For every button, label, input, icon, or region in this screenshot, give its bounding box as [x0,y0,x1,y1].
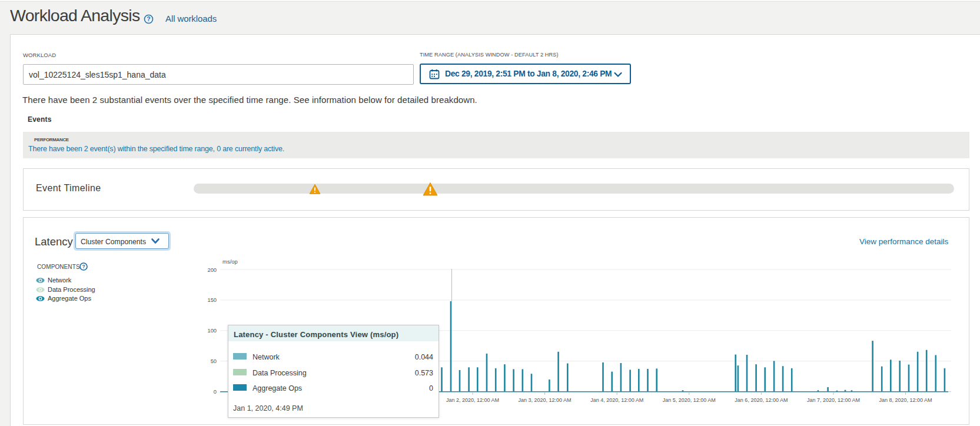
svg-text:Jan 7, 2020, 12:00 AM: Jan 7, 2020, 12:00 AM [807,397,860,403]
svg-text:150: 150 [207,297,217,303]
svg-text:50: 50 [211,358,217,364]
svg-text:Jan 6, 2020, 12:00 AM: Jan 6, 2020, 12:00 AM [735,397,788,403]
svg-text:0: 0 [214,389,217,395]
svg-text:Jan 8, 2020, 12:00 AM: Jan 8, 2020, 12:00 AM [879,397,932,403]
svg-text:200: 200 [207,267,217,273]
svg-text:Jan 5, 2020, 12:00 AM: Jan 5, 2020, 12:00 AM [663,397,716,403]
svg-text:100: 100 [207,328,217,334]
svg-text:ms/op: ms/op [222,258,238,265]
svg-text:Jan 2, 2020, 12:00 AM: Jan 2, 2020, 12:00 AM [446,397,499,403]
svg-text:Jan 3, 2020, 12:00 AM: Jan 3, 2020, 12:00 AM [519,397,572,403]
svg-text:Jan 4, 2020, 12:00 AM: Jan 4, 2020, 12:00 AM [590,397,643,403]
